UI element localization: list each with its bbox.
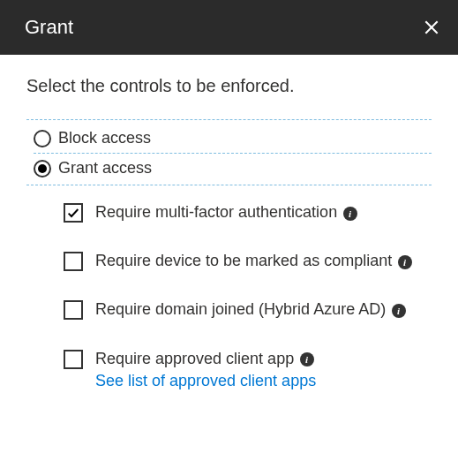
radio-label: Grant access [58, 159, 152, 178]
checkbox-approved-app[interactable] [64, 350, 83, 369]
checkbox-label: Require multi-factor authentication [95, 203, 337, 221]
info-icon[interactable]: i [300, 352, 314, 366]
radio-label: Block access [58, 129, 151, 147]
control-require-mfa: Require multi-factor authentication i [64, 201, 432, 223]
close-icon [423, 19, 440, 36]
access-mode-group: Block access Grant access [26, 119, 432, 185]
info-icon[interactable]: i [398, 255, 412, 269]
checkbox-mfa[interactable] [64, 203, 83, 223]
intro-text: Select the controls to be enforced. [26, 76, 432, 96]
info-icon[interactable]: i [343, 207, 357, 221]
checkbox-label: Require approved client app [95, 350, 294, 367]
controls-list: Require multi-factor authentication i Re… [26, 185, 432, 390]
check-icon [66, 206, 80, 220]
close-button[interactable] [423, 19, 440, 36]
checkbox-label: Require device to be marked as compliant [95, 252, 392, 269]
radio-icon [34, 130, 51, 147]
checkbox-domain[interactable] [64, 300, 83, 320]
control-require-domain-joined: Require domain joined (Hybrid Azure AD) … [64, 298, 432, 321]
radio-grant-access[interactable]: Grant access [34, 153, 432, 181]
checkbox-label-wrap: Require domain joined (Hybrid Azure AD) … [95, 298, 432, 321]
radio-icon [34, 160, 51, 178]
approved-client-apps-link[interactable]: See list of approved client apps [95, 372, 432, 390]
info-icon[interactable]: i [392, 304, 406, 318]
checkbox-compliant[interactable] [64, 252, 83, 271]
panel-header: Grant [0, 0, 458, 55]
checkbox-label-wrap: Require device to be marked as compliant… [95, 250, 432, 272]
control-require-approved-app: Require approved client app i See list o… [64, 348, 432, 390]
control-require-compliant: Require device to be marked as compliant… [64, 250, 432, 272]
radio-block-access[interactable]: Block access [34, 125, 432, 151]
checkbox-label-wrap: Require multi-factor authentication i [95, 201, 432, 223]
checkbox-label-wrap: Require approved client app i See list o… [95, 348, 432, 390]
checkbox-label: Require domain joined (Hybrid Azure AD) [95, 300, 386, 318]
panel-title: Grant [25, 16, 73, 39]
panel-body: Select the controls to be enforced. Bloc… [0, 55, 458, 390]
